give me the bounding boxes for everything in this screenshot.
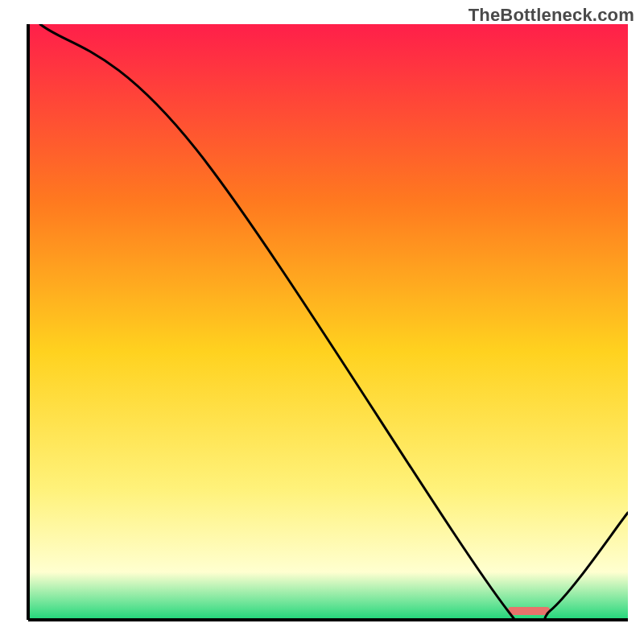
plot-background	[28, 24, 628, 620]
chart-stage: TheBottleneck.com	[0, 0, 644, 644]
minimum-marker	[508, 607, 550, 615]
bottleneck-chart	[0, 0, 644, 644]
